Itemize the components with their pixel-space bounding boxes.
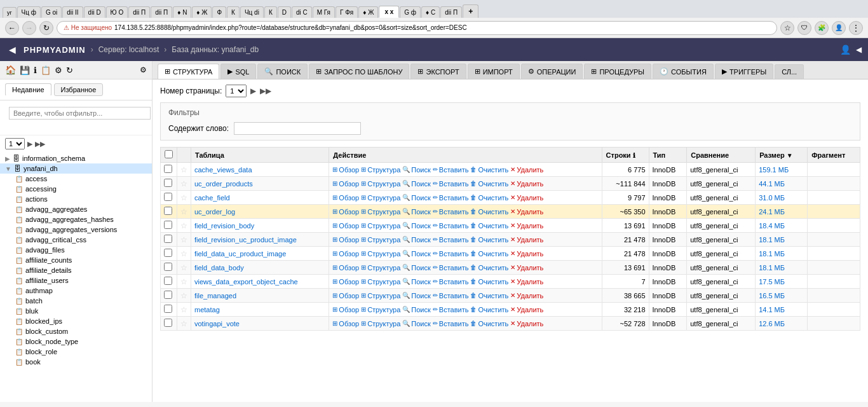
row-checkbox[interactable] [164,305,172,313]
tab-operations[interactable]: ⚙ ОПЕРАЦИИ [521,64,583,79]
browse-link[interactable]: ⊞ Обзор [332,264,359,272]
empty-link[interactable]: 🗑 Очистить [470,236,508,244]
shield-icon[interactable]: 🛡 [797,21,811,35]
structure-link[interactable]: ⊞ Структура [361,166,400,174]
empty-link[interactable]: 🗑 Очистить [470,320,508,328]
insert-link[interactable]: ✏ Вставить [433,166,469,174]
search-link[interactable]: 🔍 Поиск [402,194,430,202]
sidebar-table-item[interactable]: 📋advagg_files [0,245,152,255]
tab-more[interactable]: СЛ... [775,64,804,79]
tab-query[interactable]: ⊞ ЗАПРОС ПО ШАБЛОНУ [309,64,409,79]
empty-link[interactable]: 🗑 Очистить [470,180,508,188]
drop-link[interactable]: ✕ Удалить [510,222,543,230]
drop-link[interactable]: ✕ Удалить [510,320,543,328]
drop-link[interactable]: ✕ Удалить [510,278,543,286]
row-checkbox[interactable] [164,193,172,201]
sidebar-table-item[interactable]: 📋access [0,174,152,184]
info-icon[interactable]: ℹ [34,66,37,75]
browser-tab[interactable]: dii П [151,6,172,18]
tab-export[interactable]: ⊞ ЭКСПОРТ [410,64,466,79]
browse-link[interactable]: ⊞ Обзор [332,166,359,174]
row-checkbox[interactable] [164,319,172,327]
insert-link[interactable]: ✏ Вставить [433,264,469,272]
insert-link[interactable]: ✏ Вставить [433,222,469,230]
table-name-link[interactable]: cache_field [194,194,230,202]
row-checkbox[interactable] [164,291,172,299]
menu-button[interactable]: ⋮ [849,21,863,35]
star-icon[interactable]: ☆ [180,277,187,286]
drop-link[interactable]: ✕ Удалить [510,236,543,244]
tab-favorite[interactable]: Избранное [54,83,104,96]
star-icon[interactable]: ☆ [180,319,187,328]
sidebar-table-item[interactable]: 📋accessing [0,184,152,194]
tab-sql[interactable]: ▶ SQL [220,64,256,79]
empty-link[interactable]: 🗑 Очистить [470,166,508,174]
structure-link[interactable]: ⊞ Структура [361,180,400,188]
browser-tab[interactable]: ♦ C [421,6,440,18]
refresh-button[interactable]: ↻ [39,21,53,35]
insert-link[interactable]: ✏ Вставить [433,236,469,244]
drop-link[interactable]: ✕ Удалить [510,194,543,202]
insert-link[interactable]: ✏ Вставить [433,180,469,188]
sidebar-table-item[interactable]: 📋batch [0,296,152,306]
back-button[interactable]: ← [5,21,19,35]
row-checkbox[interactable] [164,277,172,285]
table-name-link[interactable]: field_revision_body [194,222,254,230]
row-checkbox[interactable] [164,263,172,271]
structure-link[interactable]: ⊞ Структура [361,278,400,286]
address-bar[interactable]: ⚠ Не защищено 174.138.5.225:8888/phpmyad… [57,21,777,35]
home-icon[interactable]: 🏠 [5,65,16,75]
browse-link[interactable]: ⊞ Обзор [332,208,359,216]
row-checkbox[interactable] [164,207,172,215]
drop-link[interactable]: ✕ Удалить [510,306,543,314]
search-link[interactable]: 🔍 Поиск [402,292,430,300]
sidebar-nav-arrow2[interactable]: ▶▶ [35,140,45,148]
search-link[interactable]: 🔍 Поиск [402,320,430,328]
structure-link[interactable]: ⊞ Структура [361,306,400,314]
drop-link[interactable]: ✕ Удалить [510,166,543,174]
sidebar-table-item[interactable]: 📋book [0,357,152,367]
tab-triggers[interactable]: ▶ ТРИГГЕРЫ [715,64,773,79]
structure-link[interactable]: ⊞ Структура [361,292,400,300]
browser-tab[interactable]: К [264,6,277,18]
browser-tab[interactable]: dii II [62,6,83,18]
new-tab-button[interactable]: + [463,4,478,18]
browser-tab[interactable]: M Гя [313,6,335,18]
table-name-link[interactable]: cache_views_data [194,166,252,174]
browse-link[interactable]: ⊞ Обзор [332,180,359,188]
settings2-icon[interactable]: ⚙ [140,66,147,74]
breadcrumb-db[interactable]: База данных: ynafani_db [172,45,259,54]
empty-link[interactable]: 🗑 Очистить [470,292,508,300]
size-link[interactable]: 18.1 МБ [759,236,785,244]
browser-tab[interactable]: К [227,6,240,18]
collapse-button[interactable]: ◀ [856,45,862,54]
browser-tab[interactable]: D [278,6,291,18]
search-link[interactable]: 🔍 Поиск [402,208,430,216]
search-link[interactable]: 🔍 Поиск [402,278,430,286]
star-icon[interactable]: ☆ [180,263,187,272]
size-link[interactable]: 44.1 МБ [759,180,785,188]
empty-link[interactable]: 🗑 Очистить [470,194,508,202]
insert-link[interactable]: ✏ Вставить [433,320,469,328]
insert-link[interactable]: ✏ Вставить [433,208,469,216]
table-name-link[interactable]: field_data_uc_product_image [194,250,286,258]
table-name-link[interactable]: file_managed [194,292,236,300]
browser-tab[interactable]: Г Фя [336,6,358,18]
sidebar-table-item[interactable]: 📋block_role [0,347,152,357]
structure-link[interactable]: ⊞ Структура [361,222,400,230]
browse-link[interactable]: ⊞ Обзор [332,236,359,244]
tab-import[interactable]: ⊞ ИМПОРТ [468,64,520,79]
browser-tab-active[interactable]: х х [379,6,399,18]
structure-link[interactable]: ⊞ Структура [361,208,400,216]
sidebar-nav-arrow1[interactable]: ▶ [27,140,32,148]
drop-link[interactable]: ✕ Удалить [510,292,543,300]
empty-link[interactable]: 🗑 Очистить [470,208,508,216]
tab-structure[interactable]: ⊞ СТРУКТУРА [158,64,219,79]
insert-link[interactable]: ✏ Вставить [433,306,469,314]
size-link[interactable]: 31.0 МБ [759,194,785,202]
size-link[interactable]: 18.4 МБ [759,222,785,230]
structure-link[interactable]: ⊞ Структура [361,236,400,244]
table-name-link[interactable]: uc_order_log [194,208,235,216]
structure-link[interactable]: ⊞ Структура [361,320,400,328]
browse-link[interactable]: ⊞ Обзор [332,194,359,202]
